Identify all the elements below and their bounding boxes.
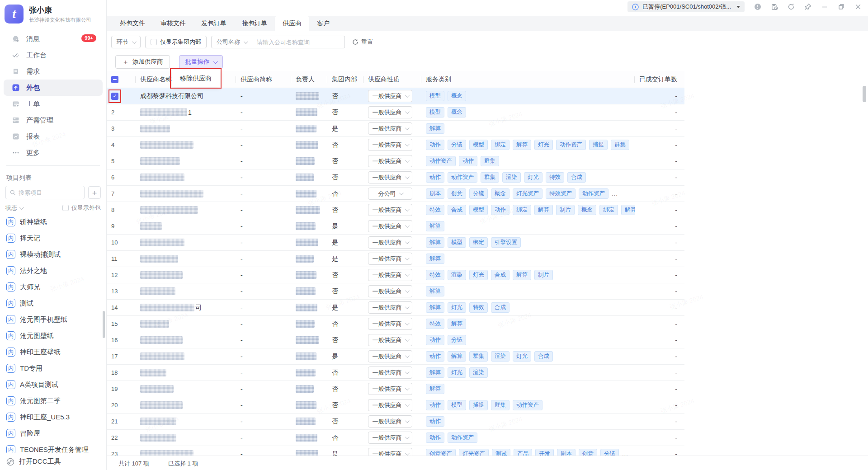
group-only-filter[interactable]: 仅显示集团内部 — [145, 36, 207, 48]
supplier-nature-select[interactable]: 一般供应商 — [368, 334, 412, 346]
supplier-nature-select[interactable]: 一般供应商 — [368, 301, 412, 314]
table-row[interactable]: 21-否一般供应商动作- — [107, 414, 684, 430]
project-list-item[interactable]: 内沧元图第二季 — [0, 393, 106, 409]
project-list-item[interactable]: 内神印王座_UE5.3 — [0, 409, 106, 425]
tab-6[interactable]: 客户 — [309, 16, 337, 31]
group-only-checkbox[interactable] — [151, 39, 157, 45]
supplier-nature-select[interactable]: 一般供应商 — [368, 318, 412, 330]
table-row[interactable]: 21-否一般供应商模型概念- — [107, 104, 684, 121]
row-select-cell[interactable]: 19 — [107, 381, 136, 397]
supplier-nature-select[interactable]: 一般供应商 — [368, 269, 412, 281]
alert-icon[interactable] — [754, 3, 761, 10]
row-select-cell[interactable]: 22 — [107, 430, 136, 446]
project-list-item[interactable]: 内神印王座壁纸 — [0, 344, 106, 360]
shot-status-dropdown[interactable]: 已暂停(EP001/SC01/shot002/镜... — [627, 1, 745, 12]
project-list-item[interactable]: 内TD专用 — [0, 360, 106, 376]
sidebar-item-demand[interactable]: 需求 — [4, 63, 103, 80]
only-outsource-checkbox[interactable] — [62, 205, 69, 211]
project-list-item[interactable]: 内沧元图手机壁纸 — [0, 311, 106, 328]
row-select-cell[interactable]: 18 — [107, 365, 136, 381]
sidebar-item-report[interactable]: 报表 — [4, 128, 103, 145]
row-select-cell[interactable]: 5 — [107, 153, 136, 169]
supplier-nature-select[interactable]: 一般供应商 — [368, 90, 412, 102]
supplier-nature-select[interactable]: 一般供应商 — [368, 139, 412, 151]
table-row[interactable]: 5-否一般供应商动作资产动作群集- — [107, 153, 684, 169]
project-search-box[interactable] — [5, 186, 85, 199]
row-select-cell[interactable]: 20 — [107, 397, 136, 413]
project-list-item[interactable]: 内斩神壁纸 — [0, 214, 106, 230]
pin-icon[interactable] — [804, 3, 811, 10]
reset-button[interactable]: 重置 — [352, 38, 373, 46]
table-row[interactable]: 7-否分公司剧本创意分镜概念灯光资产特效资产动作资产...- — [107, 186, 684, 202]
minimize-icon[interactable] — [821, 3, 828, 10]
table-row[interactable]: 15-否一般供应商特效解算- — [107, 316, 684, 332]
supplier-nature-select[interactable]: 一般供应商 — [368, 236, 412, 249]
table-row[interactable]: 17-是一般供应商动作解算群集渲染灯光合成- — [107, 348, 684, 365]
row-select-cell[interactable]: 9 — [107, 218, 136, 234]
tab-1[interactable]: 外包文件 — [112, 16, 153, 31]
sidebar-item-manage[interactable]: 产需管理 — [4, 112, 103, 128]
row-select-cell[interactable]: 21 — [107, 414, 136, 429]
project-list-item[interactable]: 内冒险屋 — [0, 425, 106, 442]
table-row[interactable]: 16-否一般供应商动作分镜- — [107, 332, 684, 348]
table-row[interactable]: 9-是一般供应商解算- — [107, 218, 684, 235]
row-select-cell[interactable]: 3 — [107, 121, 136, 136]
sidebar-item-outsource[interactable]: 外包 — [4, 80, 103, 96]
company-search-input[interactable] — [252, 36, 345, 48]
tab-3[interactable]: 发包订单 — [193, 16, 234, 31]
add-supplier-button[interactable]: ＋ 添加供应商 — [115, 55, 170, 69]
row-select-cell[interactable]: 17 — [107, 348, 136, 364]
page-scrollbar[interactable] — [863, 86, 866, 102]
only-outsource-filter[interactable]: 仅显示外包 — [62, 204, 101, 212]
supplier-nature-select[interactable]: 一般供应商 — [368, 350, 412, 362]
select-all-checkbox[interactable] — [111, 76, 118, 83]
project-list-item[interactable]: 内TEONES开发任务管理 — [0, 442, 106, 453]
supplier-nature-select[interactable]: 分公司 — [368, 188, 412, 200]
clipboard-icon[interactable] — [771, 3, 778, 10]
table-row[interactable]: 19-否一般供应商解算- — [107, 381, 684, 397]
table-row[interactable]: ✓成都黎梦科技有限公司-否一般供应商模型概念- — [107, 88, 684, 104]
row-select-cell[interactable]: 11 — [107, 251, 136, 267]
batch-actions-button[interactable]: 批量操作 — [179, 55, 223, 69]
supplier-nature-select[interactable]: 一般供应商 — [368, 171, 412, 183]
row-select-cell[interactable]: 15 — [107, 316, 136, 332]
table-row[interactable]: 12-否一般供应商特效渲染灯光合成解算制片- — [107, 267, 684, 283]
add-project-button[interactable]: ＋ — [88, 186, 101, 199]
row-select-cell[interactable]: 16 — [107, 332, 136, 348]
project-list-item[interactable]: 内裸模动捕测试 — [0, 246, 106, 263]
project-list-item[interactable]: 内测试 — [0, 295, 106, 311]
sidebar-item-workbench[interactable]: 工作台 — [4, 47, 103, 63]
supplier-nature-select[interactable]: 一般供应商 — [368, 106, 412, 118]
supplier-nature-select[interactable]: 一般供应商 — [368, 253, 412, 265]
project-list-item[interactable]: 内择天记 — [0, 230, 106, 246]
table-row[interactable]: 20-否一般供应商动作模型捕捉群集动作资产- — [107, 397, 684, 414]
supplier-nature-select[interactable]: 一般供应商 — [368, 204, 412, 216]
project-list-item[interactable]: 内法外之地 — [0, 263, 106, 279]
status-filter[interactable]: 状态 — [5, 204, 23, 212]
supplier-nature-select[interactable]: 一般供应商 — [368, 432, 412, 444]
project-search-input[interactable] — [19, 189, 80, 196]
row-select-cell[interactable]: 2 — [107, 104, 136, 120]
row-select-cell[interactable]: 14 — [107, 300, 136, 315]
supplier-nature-select[interactable]: 一般供应商 — [368, 122, 412, 135]
row-select-cell[interactable]: 7 — [107, 186, 136, 202]
project-list-item[interactable]: 内大师兄 — [0, 279, 106, 295]
table-row[interactable]: 14司-是一般供应商解算灯光特效合成- — [107, 300, 684, 316]
step-filter-select[interactable]: 环节 — [111, 36, 141, 48]
refresh-icon[interactable] — [788, 3, 795, 10]
company-field-select[interactable]: 公司名称 — [211, 36, 252, 48]
table-row[interactable]: 10-是一般供应商解算模型绑定引擎设置- — [107, 235, 684, 251]
table-row[interactable]: 13-否一般供应商解算- — [107, 283, 684, 300]
open-dcc-tools[interactable]: 打开DCC工具 — [0, 453, 106, 470]
tab-4[interactable]: 接包订单 — [234, 16, 275, 31]
restore-icon[interactable] — [838, 3, 845, 10]
supplier-nature-select[interactable]: 一般供应商 — [368, 155, 412, 167]
supplier-nature-select[interactable]: 一般供应商 — [368, 220, 412, 232]
sidebar-item-ticket[interactable]: 工单 — [4, 96, 103, 112]
table-row[interactable]: 18-否一般供应商解算灯光渲染- — [107, 365, 684, 381]
table-row[interactable]: 3-是一般供应商解算- — [107, 121, 684, 137]
sidebar-scrollbar[interactable] — [103, 311, 105, 338]
tab-5[interactable]: 供应商 — [275, 16, 309, 31]
row-select-cell[interactable]: 10 — [107, 235, 136, 250]
supplier-nature-select[interactable]: 一般供应商 — [368, 367, 412, 379]
